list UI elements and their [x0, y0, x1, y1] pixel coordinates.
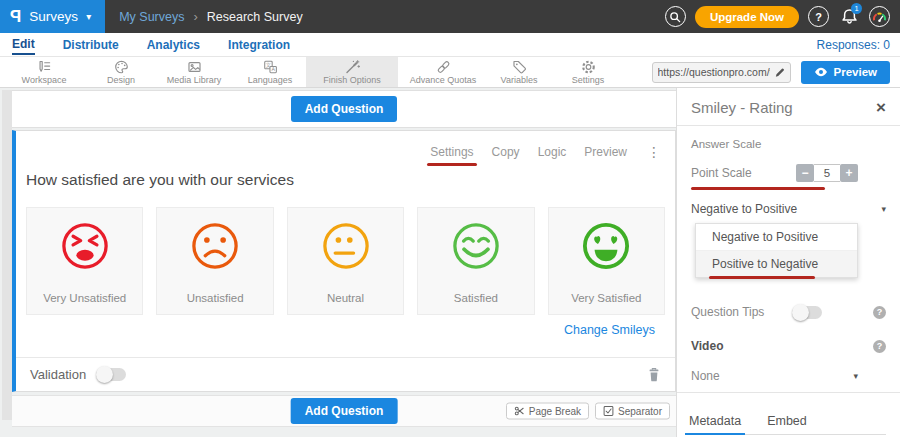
toolbar-languages[interactable]: 文A Languages [234, 57, 306, 87]
question-card: Settings Copy Logic Preview ⋮ How satisf… [12, 130, 676, 392]
smiley-unsatisfied[interactable]: Unsatisfied [156, 207, 273, 315]
add-question-button-bottom[interactable]: Add Question [291, 398, 398, 424]
tab-distribute[interactable]: Distribute [63, 35, 119, 54]
option-label: Positive to Negative [712, 257, 818, 271]
surveys-menu[interactable]: P Surveys ▾ [0, 0, 105, 33]
toolbar-label: Settings [572, 75, 605, 85]
add-question-band-bottom: Add Question Page Break Separator [12, 395, 676, 427]
toolbar-label: Languages [248, 75, 293, 85]
direction-select[interactable]: Negative to Positive ▾ [691, 202, 886, 216]
metadata-tabs: Metadata Embed [689, 414, 886, 435]
add-question-button-top[interactable]: Add Question [291, 96, 398, 122]
account-gauge-button[interactable] [869, 6, 890, 27]
validation-row: Validation [16, 357, 675, 391]
chevron-down-icon: ▾ [853, 371, 858, 381]
divider [677, 125, 900, 126]
tab-metadata[interactable]: Metadata [689, 414, 741, 428]
tab-edit[interactable]: Edit [12, 34, 35, 55]
tab-analytics[interactable]: Analytics [147, 35, 200, 54]
main-area: Add Question Settings Copy Logic Preview… [0, 88, 900, 437]
close-icon[interactable]: × [876, 99, 886, 116]
separator-label: Separator [618, 406, 662, 417]
search-icon [669, 11, 681, 23]
chevron-down-icon: ▾ [86, 11, 91, 22]
toolbar-label: Media Library [167, 75, 222, 85]
help-icon: ? [815, 11, 822, 23]
smiley-very-unsatisfied[interactable]: Very Unsatisfied [26, 207, 143, 315]
toolbar-media-library[interactable]: Media Library [154, 57, 234, 87]
editor-content: Add Question Settings Copy Logic Preview… [0, 88, 676, 437]
option-negative-to-positive[interactable]: Negative to Positive [696, 224, 857, 250]
survey-url-input[interactable] [658, 66, 770, 78]
divider [677, 392, 900, 393]
question-tab-logic[interactable]: Logic [538, 145, 567, 159]
video-select[interactable]: None ▾ [691, 369, 886, 383]
help-button[interactable]: ? [808, 6, 829, 27]
question-tips-toggle[interactable] [792, 306, 822, 319]
page-break-button[interactable]: Page Break [506, 403, 589, 420]
smiley-neutral[interactable]: Neutral [287, 207, 404, 315]
video-label: Video [691, 339, 723, 353]
help-icon[interactable]: ? [873, 306, 886, 319]
magic-wand-icon [344, 59, 361, 75]
kebab-menu-icon[interactable]: ⋮ [647, 144, 661, 160]
preview-button[interactable]: Preview [801, 61, 890, 84]
toolbar-label: Design [107, 75, 135, 85]
increment-button[interactable]: + [840, 164, 858, 182]
image-icon [186, 59, 203, 75]
toolbar-settings[interactable]: Settings [550, 57, 626, 87]
gear-icon [580, 59, 597, 75]
toolbar-finish-options[interactable]: Finish Options [306, 57, 398, 87]
left-gutter [2, 90, 12, 420]
question-settings-panel: Smiley - Rating × Answer Scale Point Sca… [676, 88, 900, 437]
survey-nav: Edit Distribute Analytics Integration Re… [0, 33, 900, 57]
breadcrumb: My Surveys › Research Survey [119, 9, 303, 24]
change-smileys-link[interactable]: Change Smileys [564, 323, 655, 337]
toolbar-workspace[interactable]: Workspace [0, 57, 88, 87]
decrement-button[interactable]: − [796, 164, 814, 182]
point-scale-value[interactable]: 5 [814, 164, 840, 182]
preview-label: Preview [834, 66, 877, 78]
add-question-band-top: Add Question [12, 90, 676, 128]
question-tab-settings[interactable]: Settings [430, 145, 473, 159]
pencil-icon[interactable] [774, 67, 785, 78]
page-break-label: Page Break [529, 406, 581, 417]
unsatisfied-smiley-icon [189, 220, 241, 272]
video-selected-value: None [691, 369, 720, 383]
very-unsatisfied-smiley-icon [59, 220, 111, 272]
tab-embed[interactable]: Embed [767, 414, 807, 428]
breadcrumb-current: Research Survey [207, 10, 303, 24]
question-tab-preview[interactable]: Preview [584, 145, 627, 159]
smiley-satisfied[interactable]: Satisfied [417, 207, 534, 315]
responses-count[interactable]: Responses: 0 [817, 38, 890, 52]
question-tips-label: Question Tips [691, 305, 764, 319]
direction-dropdown-menu: Negative to Positive Positive to Negativ… [695, 223, 858, 278]
upgrade-now-button[interactable]: Upgrade Now [695, 6, 799, 28]
toolbar-variables[interactable]: Variables [488, 57, 550, 87]
breadcrumb-my-surveys[interactable]: My Surveys [119, 10, 184, 24]
question-tabs: Settings Copy Logic Preview ⋮ [430, 144, 661, 160]
option-positive-to-negative[interactable]: Positive to Negative [696, 250, 857, 277]
search-button[interactable] [665, 6, 686, 27]
validation-toggle[interactable] [96, 368, 126, 381]
question-title[interactable]: How satisfied are you with our services [26, 171, 294, 189]
notifications-button[interactable]: 1 [838, 6, 860, 28]
breadcrumb-separator-icon: › [193, 9, 197, 24]
annotation-underline [427, 163, 476, 167]
toolbar-design[interactable]: Design [88, 57, 154, 87]
toggle-knob [792, 304, 809, 321]
separator-button[interactable]: Separator [595, 403, 670, 420]
svg-text:A: A [271, 66, 275, 72]
smiley-very-satisfied[interactable]: Very Satisfied [548, 207, 665, 315]
direction-selected-value: Negative to Positive [691, 202, 797, 216]
question-tab-copy[interactable]: Copy [492, 145, 520, 159]
topbar: P Surveys ▾ My Surveys › Research Survey… [0, 0, 900, 33]
point-scale-label: Point Scale [691, 166, 752, 180]
questionpro-logo: P [10, 7, 21, 27]
survey-url-box [652, 62, 791, 83]
toolbar-label: Finish Options [323, 75, 381, 85]
tab-integration[interactable]: Integration [228, 35, 290, 54]
toolbar-advance-quotas[interactable]: Advance Quotas [398, 57, 488, 87]
trash-icon[interactable] [647, 367, 661, 382]
help-icon[interactable]: ? [873, 340, 886, 353]
